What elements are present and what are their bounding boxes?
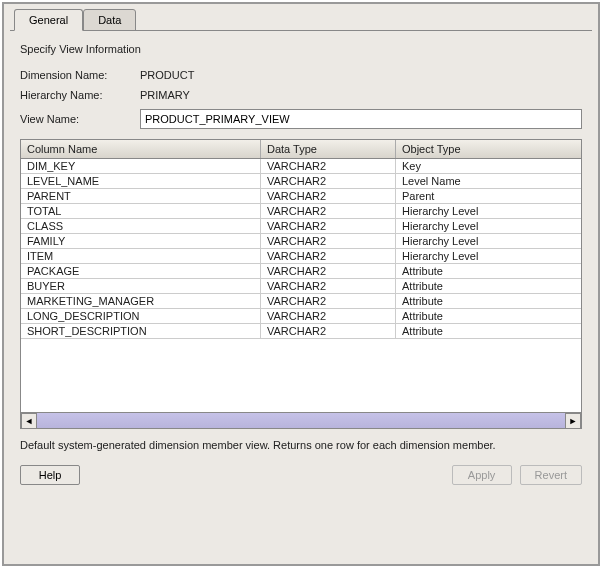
header-object-type[interactable]: Object Type <box>396 140 581 158</box>
button-row: Help Apply Revert <box>20 465 582 485</box>
cell-object-type: Attribute <box>396 264 581 278</box>
cell-column-name: DIM_KEY <box>21 159 261 173</box>
header-data-type[interactable]: Data Type <box>261 140 396 158</box>
cell-column-name: LONG_DESCRIPTION <box>21 309 261 323</box>
table-row[interactable]: DIM_KEYVARCHAR2Key <box>21 159 581 174</box>
cell-column-name: SHORT_DESCRIPTION <box>21 324 261 338</box>
table-row[interactable]: CLASSVARCHAR2Hierarchy Level <box>21 219 581 234</box>
view-name-input[interactable] <box>140 109 582 129</box>
cell-column-name: FAMILY <box>21 234 261 248</box>
scroll-right-icon[interactable]: ► <box>565 413 581 429</box>
table-row[interactable]: ITEMVARCHAR2Hierarchy Level <box>21 249 581 264</box>
table-row[interactable]: MARKETING_MANAGERVARCHAR2Attribute <box>21 294 581 309</box>
table-body: DIM_KEYVARCHAR2KeyLEVEL_NAMEVARCHAR2Leve… <box>21 159 581 412</box>
cell-column-name: PACKAGE <box>21 264 261 278</box>
cell-data-type: VARCHAR2 <box>261 309 396 323</box>
cell-data-type: VARCHAR2 <box>261 324 396 338</box>
cell-data-type: VARCHAR2 <box>261 204 396 218</box>
cell-object-type: Attribute <box>396 294 581 308</box>
row-hierarchy-name: Hierarchy Name: PRIMARY <box>20 89 582 101</box>
table-row[interactable]: LONG_DESCRIPTIONVARCHAR2Attribute <box>21 309 581 324</box>
cell-object-type: Hierarchy Level <box>396 204 581 218</box>
table-row[interactable]: TOTALVARCHAR2Hierarchy Level <box>21 204 581 219</box>
columns-table: Column Name Data Type Object Type DIM_KE… <box>20 139 582 429</box>
cell-object-type: Attribute <box>396 324 581 338</box>
scroll-left-icon[interactable]: ◄ <box>21 413 37 429</box>
cell-data-type: VARCHAR2 <box>261 249 396 263</box>
cell-object-type: Hierarchy Level <box>396 234 581 248</box>
cell-column-name: TOTAL <box>21 204 261 218</box>
tab-bar: General Data <box>4 4 598 30</box>
cell-object-type: Parent <box>396 189 581 203</box>
cell-object-type: Hierarchy Level <box>396 219 581 233</box>
cell-data-type: VARCHAR2 <box>261 279 396 293</box>
label-dimension-name: Dimension Name: <box>20 69 140 81</box>
table-header: Column Name Data Type Object Type <box>21 140 581 159</box>
label-view-name: View Name: <box>20 113 140 125</box>
tab-general[interactable]: General <box>14 9 83 31</box>
row-view-name: View Name: <box>20 109 582 129</box>
section-title: Specify View Information <box>20 43 582 55</box>
cell-data-type: VARCHAR2 <box>261 264 396 278</box>
table-row[interactable]: PARENTVARCHAR2Parent <box>21 189 581 204</box>
revert-button[interactable]: Revert <box>520 465 582 485</box>
cell-object-type: Level Name <box>396 174 581 188</box>
table-row[interactable]: BUYERVARCHAR2Attribute <box>21 279 581 294</box>
cell-object-type: Key <box>396 159 581 173</box>
apply-button[interactable]: Apply <box>452 465 512 485</box>
cell-column-name: ITEM <box>21 249 261 263</box>
cell-object-type: Attribute <box>396 309 581 323</box>
cell-data-type: VARCHAR2 <box>261 294 396 308</box>
horizontal-scrollbar[interactable]: ◄ ► <box>21 412 581 428</box>
cell-column-name: CLASS <box>21 219 261 233</box>
table-row[interactable]: LEVEL_NAMEVARCHAR2Level Name <box>21 174 581 189</box>
cell-column-name: PARENT <box>21 189 261 203</box>
value-hierarchy-name: PRIMARY <box>140 89 190 101</box>
cell-column-name: LEVEL_NAME <box>21 174 261 188</box>
button-spacer <box>88 465 444 485</box>
table-row[interactable]: PACKAGEVARCHAR2Attribute <box>21 264 581 279</box>
cell-object-type: Hierarchy Level <box>396 249 581 263</box>
dialog-panel: General Data Specify View Information Di… <box>2 2 600 566</box>
tab-body-general: Specify View Information Dimension Name:… <box>10 30 592 562</box>
header-column-name[interactable]: Column Name <box>21 140 261 158</box>
cell-column-name: MARKETING_MANAGER <box>21 294 261 308</box>
table-row[interactable]: SHORT_DESCRIPTIONVARCHAR2Attribute <box>21 324 581 339</box>
tab-data[interactable]: Data <box>83 9 136 31</box>
scroll-track[interactable] <box>37 413 565 428</box>
cell-column-name: BUYER <box>21 279 261 293</box>
view-description: Default system-generated dimension membe… <box>20 439 582 451</box>
table-row[interactable]: FAMILYVARCHAR2Hierarchy Level <box>21 234 581 249</box>
cell-data-type: VARCHAR2 <box>261 234 396 248</box>
cell-data-type: VARCHAR2 <box>261 189 396 203</box>
value-dimension-name: PRODUCT <box>140 69 194 81</box>
cell-object-type: Attribute <box>396 279 581 293</box>
row-dimension-name: Dimension Name: PRODUCT <box>20 69 582 81</box>
cell-data-type: VARCHAR2 <box>261 174 396 188</box>
label-hierarchy-name: Hierarchy Name: <box>20 89 140 101</box>
help-button[interactable]: Help <box>20 465 80 485</box>
cell-data-type: VARCHAR2 <box>261 219 396 233</box>
cell-data-type: VARCHAR2 <box>261 159 396 173</box>
